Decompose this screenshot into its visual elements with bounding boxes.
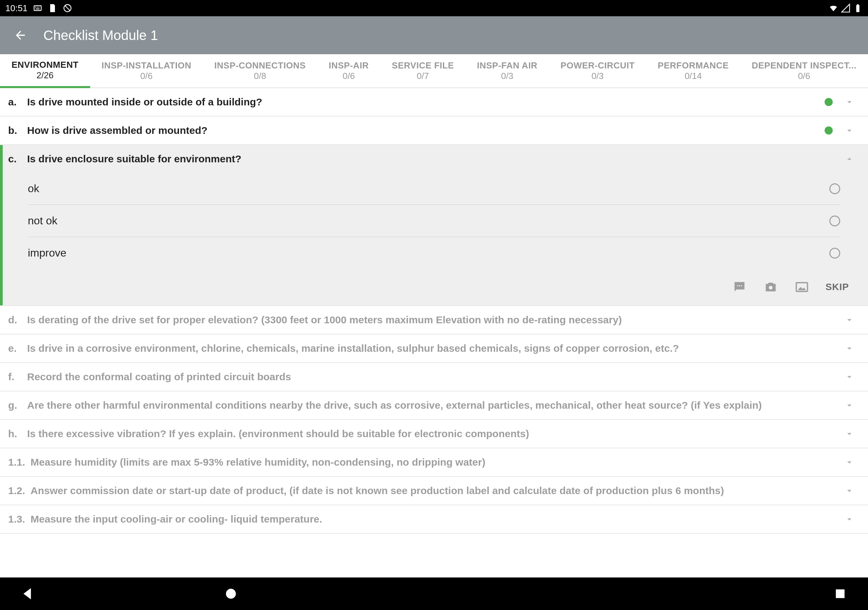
tab-count: 0/6 bbox=[140, 71, 153, 81]
chevron-down-icon bbox=[844, 457, 854, 468]
question-text: Are there other harmful environmental co… bbox=[27, 399, 839, 411]
image-icon[interactable] bbox=[794, 280, 809, 294]
chevron-down-icon bbox=[844, 486, 854, 496]
question-header[interactable]: 1.1.Measure humidity (limits are max 5-9… bbox=[0, 448, 868, 476]
chevron-down-icon bbox=[844, 372, 854, 382]
tab-insp-connections[interactable]: INSP-CONNECTIONS0/8 bbox=[203, 54, 317, 87]
wifi-icon bbox=[829, 3, 838, 13]
comment-icon[interactable] bbox=[732, 280, 747, 294]
tab-performance[interactable]: PERFORMANCE0/14 bbox=[646, 54, 740, 87]
question-letter: 1.1. bbox=[8, 457, 25, 468]
option-label: ok bbox=[28, 182, 39, 195]
question-row: a.Is drive mounted inside or outside of … bbox=[0, 88, 868, 116]
radio-icon[interactable] bbox=[829, 215, 840, 226]
question-header[interactable]: d.Is derating of the drive set for prope… bbox=[0, 306, 868, 334]
question-letter: b. bbox=[8, 125, 22, 136]
radio-icon[interactable] bbox=[829, 248, 840, 259]
tab-count: 2/26 bbox=[36, 70, 54, 81]
question-row: c.Is drive enclosure suitable for enviro… bbox=[0, 145, 868, 306]
tab-insp-installation[interactable]: INSP-INSTALLATION0/6 bbox=[90, 54, 203, 87]
status-time: 10:51 bbox=[5, 3, 28, 14]
tab-label: INSP-INSTALLATION bbox=[102, 60, 192, 71]
question-text: Answer commission date or start-up date … bbox=[31, 485, 839, 497]
question-header[interactable]: b.How is drive assembled or mounted? bbox=[0, 116, 868, 144]
nav-recent-button[interactable] bbox=[833, 586, 848, 601]
page-title: Checklist Module 1 bbox=[43, 28, 158, 43]
tab-label: POWER-CIRCUIT bbox=[561, 60, 635, 71]
svg-point-8 bbox=[737, 285, 738, 287]
radio-icon[interactable] bbox=[829, 183, 840, 194]
question-row: b.How is drive assembled or mounted? bbox=[0, 116, 868, 145]
svg-point-10 bbox=[741, 285, 742, 287]
question-text: Is there excessive vibration? If yes exp… bbox=[27, 428, 839, 440]
question-text: Is drive mounted inside or outside of a … bbox=[27, 96, 819, 108]
signal-icon bbox=[841, 3, 850, 13]
chevron-down-icon bbox=[844, 343, 854, 353]
tab-count: 0/14 bbox=[685, 71, 702, 81]
skip-button[interactable]: SKIP bbox=[826, 282, 849, 293]
tab-environment[interactable]: ENVIRONMENT2/26 bbox=[0, 54, 90, 88]
tab-service-file[interactable]: SERVICE FILE0/7 bbox=[380, 54, 465, 87]
svg-point-9 bbox=[739, 285, 740, 287]
chevron-down-icon bbox=[844, 514, 854, 524]
question-header[interactable]: 1.2.Answer commission date or start-up d… bbox=[0, 477, 868, 505]
tab-label: INSP-AIR bbox=[329, 60, 369, 71]
app-header: Checklist Module 1 bbox=[0, 16, 868, 54]
question-row: 1.1.Measure humidity (limits are max 5-9… bbox=[0, 448, 868, 477]
question-letter: h. bbox=[8, 428, 22, 440]
question-header[interactable]: e.Is drive in a corrosive environment, c… bbox=[0, 334, 868, 362]
status-bar: 10:51 bbox=[0, 0, 868, 16]
question-row: g.Are there other harmful environmental … bbox=[0, 392, 868, 420]
tab-label: SERVICE FILE bbox=[392, 60, 454, 71]
question-header[interactable]: h.Is there excessive vibration? If yes e… bbox=[0, 420, 868, 447]
question-row: 1.3.Measure the input cooling-air or coo… bbox=[0, 505, 868, 534]
question-letter: 1.2. bbox=[8, 485, 25, 497]
option-label: not ok bbox=[28, 215, 57, 227]
svg-point-11 bbox=[769, 286, 772, 290]
option-row[interactable]: not ok bbox=[28, 205, 840, 237]
question-letter: a. bbox=[8, 96, 22, 108]
chevron-down-icon bbox=[844, 125, 854, 136]
tab-dependent-inspect-[interactable]: DEPENDENT INSPECT...0/6 bbox=[740, 54, 868, 87]
question-text: Is drive in a corrosive environment, chl… bbox=[27, 343, 839, 354]
question-text: Is derating of the drive set for proper … bbox=[27, 314, 839, 326]
question-header[interactable]: 1.3.Measure the input cooling-air or coo… bbox=[0, 505, 868, 533]
question-row: d.Is derating of the drive set for prope… bbox=[0, 306, 868, 334]
camera-icon[interactable] bbox=[763, 280, 778, 294]
question-header[interactable]: g.Are there other harmful environmental … bbox=[0, 392, 868, 419]
option-list: oknot okimprove bbox=[0, 173, 868, 274]
question-text: Measure the input cooling-air or cooling… bbox=[31, 513, 839, 525]
question-header[interactable]: c.Is drive enclosure suitable for enviro… bbox=[0, 145, 868, 173]
chevron-down-icon bbox=[844, 97, 854, 107]
svg-rect-4 bbox=[36, 8, 40, 9]
question-row: h.Is there excessive vibration? If yes e… bbox=[0, 420, 868, 448]
question-header[interactable]: a.Is drive mounted inside or outside of … bbox=[0, 88, 868, 116]
status-right bbox=[829, 3, 863, 13]
tab-label: DEPENDENT INSPECT... bbox=[752, 60, 857, 71]
tab-count: 0/8 bbox=[254, 71, 266, 81]
tab-insp-air[interactable]: INSP-AIR0/6 bbox=[317, 54, 380, 87]
tab-label: INSP-CONNECTIONS bbox=[214, 60, 305, 71]
android-nav bbox=[0, 577, 868, 610]
tab-count: 0/6 bbox=[343, 71, 355, 81]
question-row: 1.2.Answer commission date or start-up d… bbox=[0, 477, 868, 505]
tab-power-circuit[interactable]: POWER-CIRCUIT0/3 bbox=[549, 54, 646, 87]
nav-back-button[interactable] bbox=[20, 586, 35, 601]
chevron-up-icon bbox=[844, 154, 854, 164]
tab-insp-fan-air[interactable]: INSP-FAN AIR0/3 bbox=[465, 54, 549, 87]
sd-icon bbox=[48, 3, 57, 13]
question-row: f.Record the conformal coating of printe… bbox=[0, 363, 868, 392]
no-location-icon bbox=[63, 3, 72, 13]
option-row[interactable]: ok bbox=[28, 173, 840, 205]
question-letter: g. bbox=[8, 399, 22, 411]
answered-dot-icon bbox=[825, 98, 833, 106]
option-row[interactable]: improve bbox=[28, 237, 840, 269]
question-letter: e. bbox=[8, 343, 22, 354]
question-header[interactable]: f.Record the conformal coating of printe… bbox=[0, 363, 868, 391]
chevron-down-icon bbox=[844, 315, 854, 325]
question-letter: d. bbox=[8, 314, 22, 326]
nav-home-button[interactable] bbox=[223, 586, 239, 601]
battery-icon bbox=[853, 3, 863, 13]
question-letter: c. bbox=[8, 153, 22, 165]
back-button[interactable] bbox=[14, 28, 27, 42]
